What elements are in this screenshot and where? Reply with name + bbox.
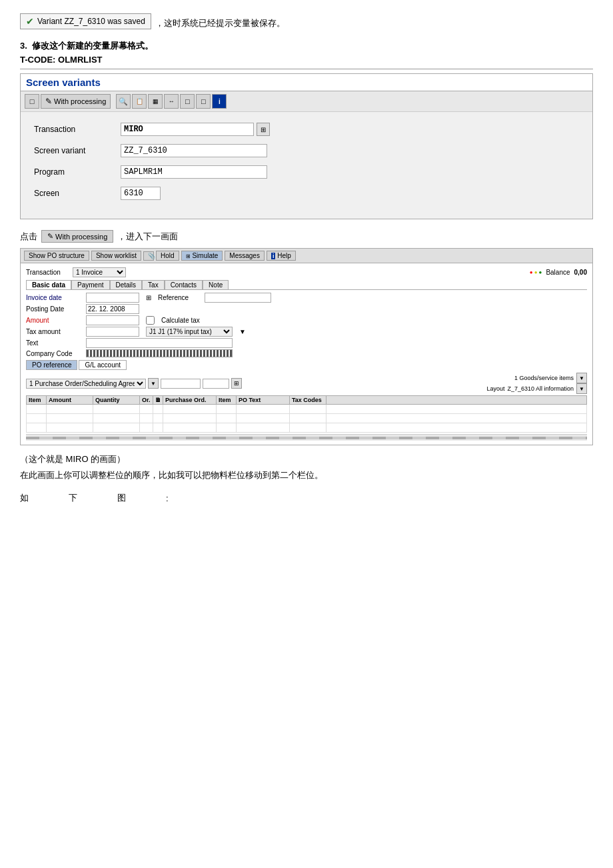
amount-input[interactable] bbox=[86, 315, 139, 325]
tab-note[interactable]: Note bbox=[203, 280, 229, 289]
layout-dropdown-btn[interactable]: ▼ bbox=[576, 383, 587, 394]
miro-toolbar: Show PO structure Show worklist 📎 Hold ⊞… bbox=[21, 249, 592, 263]
tab-basic-data[interactable]: Basic data bbox=[26, 280, 71, 289]
saved-text: Variant ZZ_7_6310 was saved bbox=[37, 17, 145, 26]
icon-btn[interactable]: 📎 bbox=[143, 251, 154, 261]
find-btn[interactable]: 🔍 bbox=[116, 94, 131, 109]
gl-account-tab[interactable]: G/L account bbox=[79, 360, 127, 370]
transaction-row: Transaction ⊞ bbox=[34, 123, 579, 136]
posting-date-label: Posting Date bbox=[26, 305, 79, 313]
final-part3: 图 bbox=[117, 492, 126, 504]
transaction-label: Transaction bbox=[34, 125, 121, 134]
tax-dropdown-btn[interactable]: ▼ bbox=[239, 328, 246, 335]
miro-tabs: Basic data Payment Details Tax Contacts … bbox=[26, 280, 587, 290]
footer-note2: 在此画面上你可以调整栏位的顺序，比如我可以把物料栏位移动到第二个栏位。 bbox=[20, 469, 593, 481]
click-instruction: 点击 ✎ With processing ，进入下一画面 bbox=[20, 230, 593, 243]
po-row: 1 Purchase Order/Scheduling Agreement ▼ … bbox=[26, 373, 587, 394]
po-type-select[interactable]: 1 Purchase Order/Scheduling Agreement bbox=[26, 379, 146, 389]
invoice-date-label: Invoice date bbox=[26, 294, 79, 301]
screen-row: Screen bbox=[34, 187, 579, 200]
tab-payment[interactable]: Payment bbox=[71, 280, 109, 289]
layout-label: Layout bbox=[486, 385, 504, 392]
final-part2: 下 bbox=[69, 492, 77, 504]
table-row bbox=[26, 423, 587, 433]
screen-input[interactable] bbox=[121, 187, 161, 200]
amount-row: Amount Calculate tax bbox=[26, 315, 587, 325]
tab-tax[interactable]: Tax bbox=[142, 280, 165, 289]
balance-label: Balance bbox=[546, 269, 570, 276]
invoice-date-row: Invoice date ⊞ Reference bbox=[26, 293, 587, 303]
balance-area: ● ● ● Balance 0,00 bbox=[530, 269, 587, 276]
po-number-input[interactable] bbox=[161, 379, 201, 389]
click-with-processing-btn[interactable]: ✎ With processing bbox=[41, 230, 113, 243]
calculate-tax-checkbox[interactable] bbox=[146, 316, 155, 325]
table-header: Item Amount Quantity Or. 🗎 Purchase Ord.… bbox=[26, 395, 587, 405]
miro-screen: Show PO structure Show worklist 📎 Hold ⊞… bbox=[20, 248, 593, 445]
check-icon: ✔ bbox=[26, 16, 34, 27]
scroll-bar[interactable] bbox=[26, 437, 587, 439]
goods-row: 1 Goods/service items ▼ bbox=[514, 373, 587, 383]
reference-input[interactable] bbox=[205, 293, 271, 303]
screen-variant-input[interactable] bbox=[121, 144, 267, 157]
tax-amount-input[interactable] bbox=[86, 327, 139, 337]
miro-transaction-select[interactable]: 1 Invoice bbox=[73, 267, 126, 277]
col-amount-header: Amount bbox=[47, 396, 93, 404]
company-label: Company Code bbox=[26, 350, 79, 357]
layout-value: Z_7_6310 All information bbox=[507, 385, 574, 392]
final-part4: : bbox=[166, 493, 169, 503]
screen-variants-title: Screen variants bbox=[21, 74, 592, 91]
screen-variant-label: Screen variant bbox=[34, 146, 121, 155]
table-row bbox=[26, 405, 587, 414]
amount-label: Amount bbox=[26, 317, 79, 324]
program-label: Program bbox=[34, 167, 121, 177]
po-item-input[interactable] bbox=[203, 379, 229, 389]
screen-label: Screen bbox=[34, 189, 121, 198]
simulate-btn[interactable]: ⊞ Simulate bbox=[181, 251, 223, 261]
calculate-tax-label: Calculate tax bbox=[161, 317, 200, 324]
text-input[interactable] bbox=[86, 338, 233, 348]
goods-layout-area: 1 Goods/service items ▼ Layout Z_7_6310 … bbox=[486, 373, 587, 394]
company-row: Company Code bbox=[26, 349, 587, 357]
miro-form: Invoice date ⊞ Reference Posting Date Am… bbox=[26, 293, 587, 357]
copy-btn[interactable]: 📋 bbox=[132, 94, 147, 109]
nav-btn[interactable]: ↔ bbox=[164, 94, 179, 109]
info-btn[interactable]: i bbox=[212, 94, 227, 109]
transaction-input[interactable] bbox=[121, 123, 254, 136]
po-search-btn[interactable]: ⊞ bbox=[231, 378, 242, 389]
col-pono-header: Purchase Ord. bbox=[163, 396, 217, 404]
help-btn[interactable]: i Help bbox=[267, 251, 296, 261]
program-input[interactable] bbox=[121, 165, 267, 179]
calendar-icon[interactable]: ⊞ bbox=[146, 294, 151, 301]
transaction-search-btn[interactable]: ⊞ bbox=[257, 123, 270, 136]
po-dropdown-btn[interactable]: ▼ bbox=[148, 378, 159, 389]
scroll-indicator bbox=[26, 434, 587, 441]
text-row: Text bbox=[26, 338, 587, 348]
hold-btn[interactable]: Hold bbox=[156, 251, 179, 261]
posting-date-row: Posting Date bbox=[26, 304, 587, 314]
screen-variants-panel: Screen variants □ ✎ With processing 🔍 📋 … bbox=[20, 73, 593, 219]
blank-btn2[interactable]: □ bbox=[196, 94, 211, 109]
col-item2-header: Item bbox=[217, 396, 237, 404]
col-po-icon-header: 🗎 bbox=[153, 396, 163, 404]
company-code-masked bbox=[86, 349, 233, 357]
posting-date-input[interactable] bbox=[86, 304, 139, 314]
footer-note1: （这个就是 MIRO 的画面） bbox=[20, 453, 593, 465]
tax-code-select[interactable]: J1 J1 (17% input tax) bbox=[146, 327, 233, 337]
po-reference-tab[interactable]: PO reference bbox=[26, 360, 77, 370]
miro-bottom-tabs: PO reference G/L account bbox=[26, 360, 587, 370]
messages-btn[interactable]: Messages bbox=[225, 251, 265, 261]
col-tax-header: Tax Codes bbox=[290, 396, 326, 404]
blank-btn1[interactable]: □ bbox=[180, 94, 195, 109]
saved-note: ，这时系统已经提示变量被保存。 bbox=[155, 17, 285, 29]
tab-details[interactable]: Details bbox=[110, 280, 143, 289]
layout-row: Layout Z_7_6310 All information ▼ bbox=[486, 383, 587, 394]
tax-amount-row: Tax amount J1 J1 (17% input tax) ▼ bbox=[26, 327, 587, 337]
show-po-btn[interactable]: Show PO structure bbox=[24, 251, 89, 261]
show-wl-btn[interactable]: Show worklist bbox=[91, 251, 141, 261]
table-btn[interactable]: ▦ bbox=[148, 94, 163, 109]
with-processing-btn[interactable]: ✎ With processing bbox=[41, 94, 111, 109]
new-btn[interactable]: □ bbox=[25, 94, 39, 109]
invoice-date-input[interactable] bbox=[86, 293, 139, 303]
goods-dropdown-btn[interactable]: ▼ bbox=[576, 373, 587, 383]
tab-contacts[interactable]: Contacts bbox=[165, 280, 203, 289]
